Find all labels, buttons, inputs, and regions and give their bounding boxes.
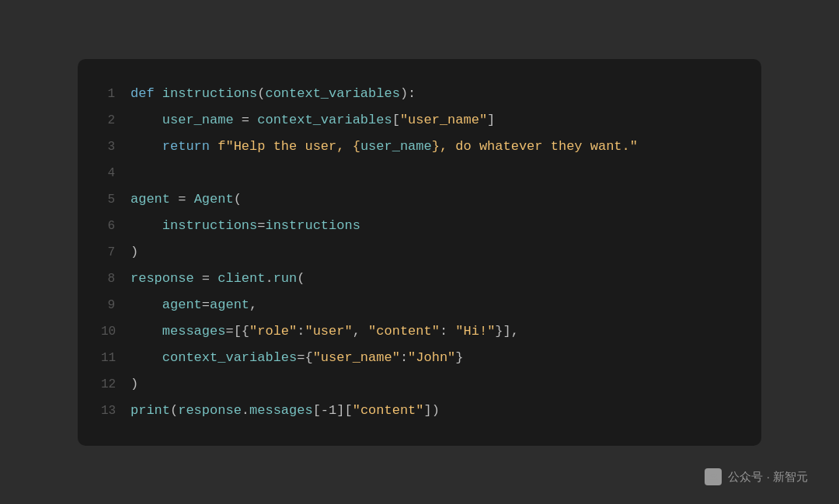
code-block: 1 def instructions(context_variables): 2… [101,81,738,424]
code-line-2: 2 user_name = context_variables["user_na… [101,107,738,134]
code-line-8: 8 response = client.run( [101,266,738,292]
code-content-6: instructions=instructions [131,213,360,239]
code-content-1: def instructions(context_variables): [131,81,416,107]
code-line-5: 5 agent = Agent( [101,186,738,213]
code-content-8: response = client.run( [131,266,305,292]
code-content-7: ) [131,239,138,266]
code-content-3: return f"Help the user, {user_name}, do … [131,134,638,160]
code-line-3: 3 return f"Help the user, {user_name}, d… [101,134,738,160]
watermark: ✉ 公众号 · 新智元 [705,468,808,485]
code-line-10: 10 messages=[{"role":"user", "content": … [101,318,738,345]
code-line-11: 11 context_variables={"user_name":"John"… [101,345,738,371]
line-num-9: 9 [101,293,131,318]
wechat-icon: ✉ [705,468,722,485]
line-num-10: 10 [101,319,131,344]
line-num-7: 7 [101,240,131,265]
line-num-5: 5 [101,187,131,212]
code-content-10: messages=[{"role":"user", "content": "Hi… [131,318,519,345]
code-line-6: 6 instructions=instructions [101,213,738,239]
watermark-text: 公众号 · 新智元 [728,470,808,485]
line-num-2: 2 [101,108,131,133]
code-content-4 [131,160,138,186]
code-container: 1 def instructions(context_variables): 2… [78,59,761,446]
line-num-12: 12 [101,372,131,397]
line-num-3: 3 [101,134,131,159]
code-line-4: 4 [101,160,738,186]
code-line-9: 9 agent=agent, [101,292,738,318]
code-line-7: 7 ) [101,239,738,266]
line-num-11: 11 [101,346,131,370]
code-line-1: 1 def instructions(context_variables): [101,81,738,107]
code-content-5: agent = Agent( [131,186,242,213]
line-num-8: 8 [101,266,131,291]
line-num-6: 6 [101,214,131,238]
line-num-13: 13 [101,398,131,423]
code-content-2: user_name = context_variables["user_name… [131,107,495,134]
code-content-11: context_variables={"user_name":"John"} [131,345,464,371]
page-wrapper: 1 def instructions(context_variables): 2… [0,0,839,504]
code-content-13: print(response.messages[-1]["content"]) [131,398,440,424]
code-line-13: 13 print(response.messages[-1]["content"… [101,398,738,424]
line-num-1: 1 [101,82,131,106]
code-content-9: agent=agent, [131,292,257,318]
line-num-4: 4 [101,161,131,186]
code-line-12: 12 ) [101,371,738,398]
code-content-12: ) [131,371,138,398]
